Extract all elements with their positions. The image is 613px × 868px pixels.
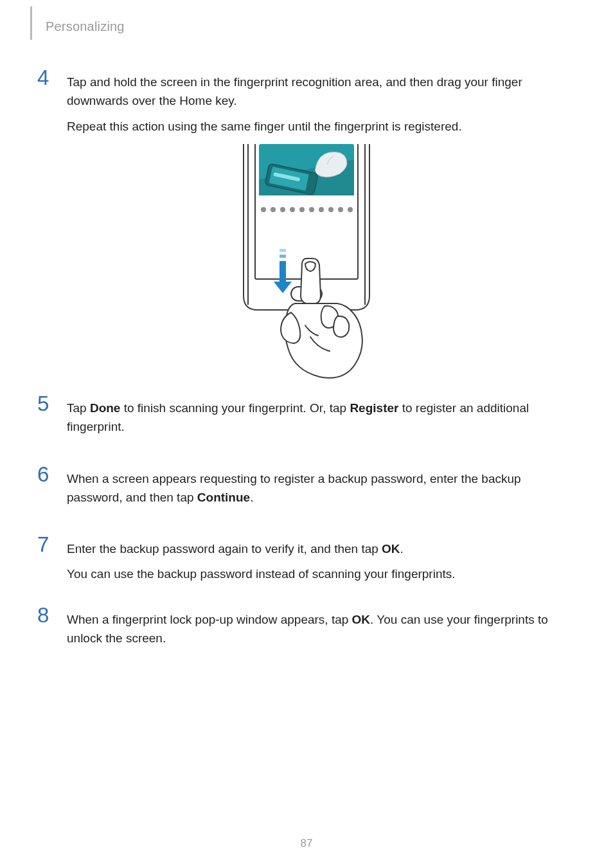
- step-4-text-1: Tap and hold the screen in the fingerpri…: [67, 73, 574, 111]
- step-number: 7: [37, 534, 59, 555]
- svg-point-16: [309, 207, 314, 212]
- step-6: 6 When a screen appears requesting to re…: [37, 469, 574, 514]
- text: to finish scanning your fingerprint. Or,…: [120, 401, 350, 415]
- svg-rect-23: [280, 255, 286, 258]
- step-5: 5 Tap Done to finish scanning your finge…: [37, 399, 574, 443]
- text: .: [400, 542, 404, 556]
- text: When a fingerprint lock pop-up window ap…: [67, 613, 352, 626]
- text: When a screen appears requesting to regi…: [67, 472, 521, 504]
- svg-rect-24: [280, 249, 286, 252]
- step-8: 8 When a fingerprint lock pop-up window …: [37, 610, 574, 655]
- fingerprint-swipe-illustration: [236, 144, 377, 382]
- step-8-text: When a fingerprint lock pop-up window ap…: [67, 610, 574, 648]
- step-7-text-1: Enter the backup password again to verif…: [67, 539, 574, 558]
- bold-register: Register: [350, 401, 398, 415]
- svg-rect-21: [280, 261, 286, 283]
- step-4-text-2: Repeat this action using the same finger…: [67, 117, 574, 136]
- svg-point-19: [338, 207, 343, 212]
- svg-point-14: [290, 207, 295, 212]
- step-body: Enter the backup password again to verif…: [67, 539, 574, 584]
- document-page: Personalizing 4 Tap and hold the screen …: [0, 0, 613, 868]
- header-rule: [30, 6, 32, 40]
- step-4: 4 Tap and hold the screen in the fingerp…: [37, 73, 574, 142]
- progress-dots: [261, 207, 353, 212]
- step-number: 4: [37, 67, 59, 88]
- section-title: Personalizing: [46, 19, 125, 34]
- step-body: When a fingerprint lock pop-up window ap…: [67, 610, 574, 648]
- page-number: 87: [0, 837, 613, 850]
- step-number: 6: [37, 464, 59, 485]
- svg-point-20: [348, 207, 353, 212]
- bold-continue: Continue: [197, 491, 250, 504]
- text: Tap: [67, 401, 90, 415]
- step-body: When a screen appears requesting to regi…: [67, 469, 574, 507]
- svg-point-18: [328, 207, 333, 212]
- svg-marker-22: [274, 282, 292, 293]
- svg-point-13: [280, 207, 285, 212]
- svg-point-12: [271, 207, 276, 212]
- bold-ok: OK: [382, 542, 400, 556]
- step-7: 7 Enter the backup password again to ver…: [37, 539, 574, 590]
- text: .: [250, 491, 253, 504]
- svg-point-11: [261, 207, 266, 212]
- step-6-text: When a screen appears requesting to regi…: [67, 469, 574, 507]
- step-body: Tap and hold the screen in the fingerpri…: [67, 73, 574, 136]
- step-body: Tap Done to finish scanning your fingerp…: [67, 399, 574, 437]
- svg-point-15: [299, 207, 305, 212]
- step-7-text-2: You can use the backup password instead …: [67, 565, 574, 583]
- bold-ok: OK: [352, 613, 371, 626]
- step-5-text: Tap Done to finish scanning your fingerp…: [67, 399, 574, 437]
- down-arrow-icon: [274, 249, 292, 293]
- step-number: 5: [37, 393, 59, 414]
- step-number: 8: [37, 604, 59, 626]
- text: Enter the backup password again to verif…: [67, 542, 382, 556]
- bold-done: Done: [90, 401, 121, 415]
- svg-point-17: [319, 207, 324, 212]
